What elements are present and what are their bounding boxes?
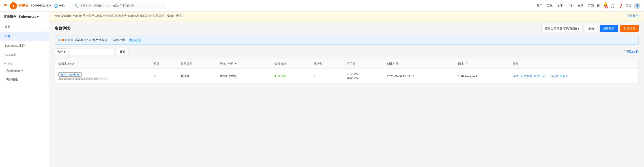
cell-status: 运行中 xyxy=(271,69,310,84)
nav-link-enterprise[interactable]: 企业 xyxy=(568,4,573,8)
sidebar-title-chevron-icon: ▾ xyxy=(37,15,38,18)
sidebar-item-overview[interactable]: 概览 xyxy=(0,22,49,32)
action-node-pool[interactable]: 节点池 xyxy=(549,74,558,78)
main-layout: 容器服务 - Kubernetes ▾ 概览 集群 Serverless 集群 … xyxy=(0,12,644,167)
survey-dots xyxy=(58,39,73,41)
language-selector[interactable]: 简体 xyxy=(626,4,632,8)
col-region: 地域 (全部) ▾ xyxy=(216,59,271,69)
search-box[interactable]: 🔍 xyxy=(72,3,166,9)
nav-link-official[interactable]: 官网 xyxy=(588,4,594,8)
action-app-manage[interactable]: 应用管理 xyxy=(520,74,532,78)
main-content: 专有版集群的 Master 节点现已从默认节点池页面转移至"集群信息-集群资源"… xyxy=(49,12,644,167)
logo-text: 阿里云 xyxy=(18,4,28,8)
refresh-button[interactable]: 刷新 xyxy=(585,25,598,32)
col-usage: 使用量 xyxy=(343,59,383,69)
col-name: 集群名称/ID xyxy=(55,59,150,69)
logo[interactable]: 阿里云 xyxy=(10,2,28,10)
sidebar-item-cluster[interactable]: 集群 xyxy=(0,32,49,41)
cell-version: 1.16.9-aliyun.1 xyxy=(454,69,509,84)
action-detail[interactable]: 详情 xyxy=(513,74,518,78)
bell-icon[interactable]: 🔔8 xyxy=(603,2,608,10)
filter-left: 名称 ▾ 标签 xyxy=(55,48,129,55)
dot-4 xyxy=(68,39,70,41)
cart-icon[interactable]: 🛒 xyxy=(611,4,615,8)
sidebar-item-image-service[interactable]: 容器镜像服务 xyxy=(0,67,49,75)
survey-bar: 容器服务ACK易用性调研——请您吐槽， 我来改进 xyxy=(55,36,639,44)
name-filter-input[interactable] xyxy=(70,49,114,55)
register-cluster-button[interactable]: 注册集群 xyxy=(600,25,618,32)
nav-link-record[interactable]: 备案 xyxy=(557,4,563,8)
help-docs-link[interactable]: ⓘ 帮助文档 xyxy=(624,50,639,54)
create-cluster-button[interactable]: 创建集群 xyxy=(620,25,639,32)
notice-bar: 专有版集群的 Master 节点现已从默认节点池页面转移至"集群信息-集群资源"… xyxy=(49,12,644,20)
avatar-image: 👤 xyxy=(636,4,639,8)
help-icon[interactable]: ❓ xyxy=(618,4,623,8)
col-nodes: 节点数 xyxy=(310,59,343,69)
tag-filter-button[interactable]: 标签 xyxy=(116,48,129,55)
name-filter-select[interactable]: 名称 ▾ xyxy=(55,48,68,55)
memory-usage: 内存: 33% xyxy=(347,76,380,80)
nav-link-fees[interactable]: 费用 xyxy=(536,4,542,8)
version-help-icon[interactable]: ⓘ xyxy=(465,62,468,65)
page-title: 集群列表 xyxy=(55,26,71,31)
header-actions: 查看当前集群与节点配额 ▾ 刷新 注册集群 创建集群 xyxy=(542,25,639,32)
region-filter-icon[interactable]: ▾ xyxy=(235,62,237,65)
filter-row: 名称 ▾ 标签 ⓘ 帮助文档 xyxy=(55,48,639,55)
cell-tags: 🏷 xyxy=(150,69,177,84)
col-version: 版本 ⓘ xyxy=(454,59,509,69)
col-tags: 标签 xyxy=(150,59,177,69)
sidebar-section-arrow-icon: ▼ xyxy=(4,62,6,66)
cluster-id: c1a2b3c4d5e6f7g8h9i0j1k2l3m4 xyxy=(58,78,108,80)
name-filter-chevron-icon: ▾ xyxy=(64,50,66,54)
dot-3 xyxy=(65,39,67,41)
action-links: 详情 应用管理 查看日志 节点池 更多 ▾ xyxy=(513,74,635,78)
global-selector[interactable]: 🌐 全球 xyxy=(54,4,65,8)
notice-text: 专有版集群的 Master 节点现已从默认节点池页面转移至"集群信息-集群资源"… xyxy=(55,14,185,18)
cluster-table: 集群名称/ID 标签 集群类型 地域 (全部) ▾ 集群状态 节点数 使用量 创… xyxy=(55,59,639,84)
notification-badge: 8 xyxy=(604,5,608,8)
nav-icon-group: 🖥 🔔8 🛒 ❓ xyxy=(596,2,623,10)
cpu-usage: CPU: 7% xyxy=(347,72,380,76)
cell-region: 华南1（深圳） xyxy=(216,69,271,84)
cluster-name-link[interactable]: nginx-nas-demo xyxy=(58,72,82,76)
node-count-link[interactable]: 3 xyxy=(314,74,315,78)
nav-link-support[interactable]: 支持 xyxy=(578,4,584,8)
nav-link-ticket[interactable]: 工单 xyxy=(547,4,553,8)
quota-chevron-icon: ▾ xyxy=(578,27,579,30)
sidebar-section-market[interactable]: ▼ 市场 xyxy=(0,60,49,67)
globe-icon: 🌐 xyxy=(54,4,58,8)
monitor-icon[interactable]: 🖥 xyxy=(596,4,600,8)
user-avatar[interactable]: 👤 xyxy=(634,3,640,9)
col-type: 集群类型 xyxy=(177,59,216,69)
cell-type: 标准版 xyxy=(177,69,216,84)
content-area: 集群列表 查看当前集群与节点配额 ▾ 刷新 注册集群 创建集群 xyxy=(49,20,644,88)
survey-link[interactable]: 我来改进 xyxy=(130,38,141,42)
col-status: 集群状态 xyxy=(271,59,310,69)
view-quota-button[interactable]: 查看当前集群与节点配额 ▾ xyxy=(542,25,583,32)
cell-created: 2020-09-30 15:53:37 xyxy=(383,69,454,84)
sidebar-title[interactable]: 容器服务 - Kubernetes ▾ xyxy=(0,12,49,22)
table-header-row: 集群名称/ID 标签 集群类型 地域 (全部) ▾ 集群状态 节点数 使用量 创… xyxy=(55,59,638,69)
col-actions: 操作 xyxy=(509,59,638,69)
more-chevron-icon: ▾ xyxy=(566,74,568,78)
notice-close-button[interactable]: 不再显示 xyxy=(627,14,639,18)
account-selector[interactable]: 账号全部资源 ▾ xyxy=(31,4,51,8)
dot-1 xyxy=(58,39,61,41)
sidebar-item-serverless[interactable]: Serverless 集群 xyxy=(0,41,49,50)
account-chevron-icon: ▾ xyxy=(50,4,51,8)
col-created: 创建时间 xyxy=(383,59,454,69)
action-view-log[interactable]: 查看日志 xyxy=(534,74,546,78)
page-header: 集群列表 查看当前集群与节点配额 ▾ 刷新 注册集群 创建集群 xyxy=(55,25,639,32)
sidebar-item-auth[interactable]: 授权管理 xyxy=(0,50,49,60)
hamburger-menu[interactable]: ☰ xyxy=(4,3,7,8)
search-input[interactable] xyxy=(80,4,164,8)
tag-icon[interactable]: 🏷 xyxy=(154,74,158,78)
survey-prefix: 容器服务ACK易用性调研——请您吐槽， xyxy=(75,38,128,42)
sidebar: 容器服务 - Kubernetes ▾ 概览 集群 Serverless 集群 … xyxy=(0,12,49,167)
sidebar-item-template[interactable]: 编排模板 xyxy=(0,75,49,84)
top-navigation: ☰ 阿里云 账号全部资源 ▾ 🌐 全球 🔍 费用 工单 备案 企业 支持 官网 … xyxy=(0,0,644,12)
nav-links: 费用 工单 备案 企业 支持 官网 xyxy=(536,4,594,8)
search-icon: 🔍 xyxy=(74,4,78,8)
action-more[interactable]: 更多 ▾ xyxy=(560,74,568,78)
dot-5 xyxy=(71,39,73,41)
